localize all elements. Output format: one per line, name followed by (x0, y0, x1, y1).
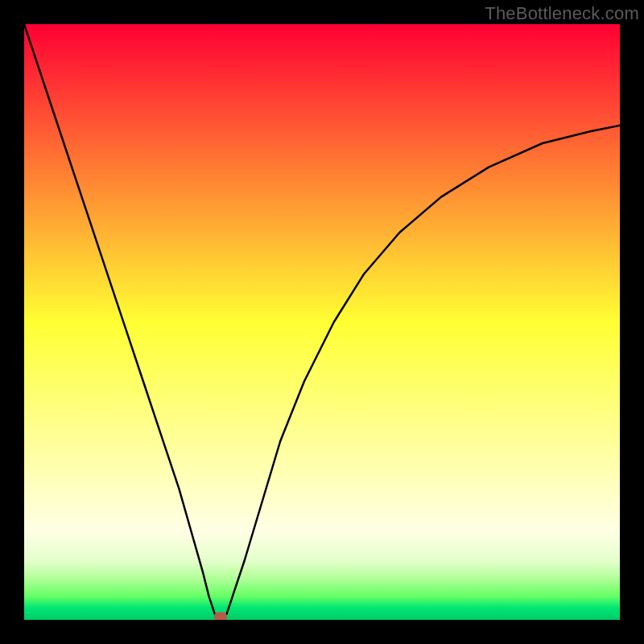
bottleneck-curve (24, 24, 620, 620)
chart-frame: TheBottleneck.com (0, 0, 644, 644)
plot-area (24, 24, 620, 620)
watermark-text: TheBottleneck.com (485, 3, 639, 24)
optimal-point-marker (214, 613, 227, 620)
